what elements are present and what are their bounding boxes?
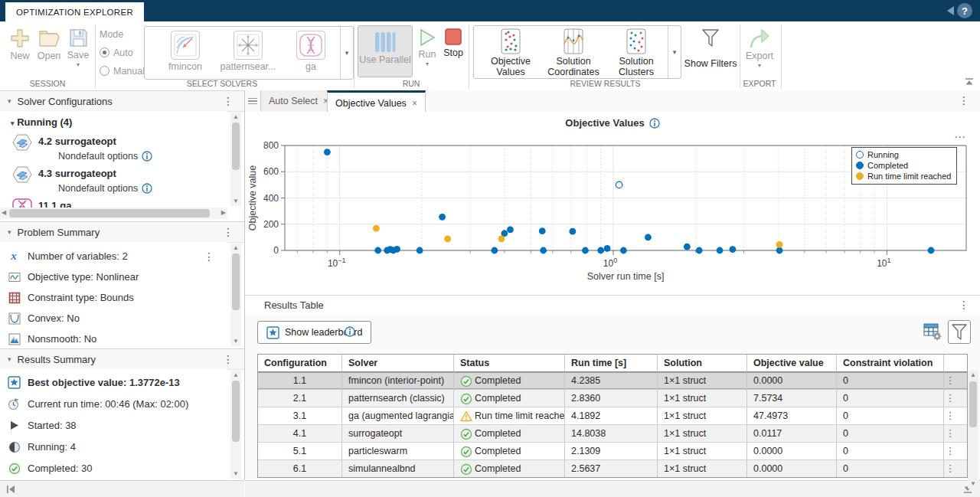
table-row[interactable]: 3.1 ga (augmented lagrangian) Run time l…: [258, 407, 967, 425]
use-parallel-toggle[interactable]: Use Parallel: [358, 25, 413, 77]
legend-entry[interactable]: Run time limit reached: [856, 171, 951, 181]
solver-configurations-header[interactable]: ▾ Solver Configurations ⋮: [0, 90, 244, 112]
solver-gallery-item-patternsear[interactable]: patternsear...: [218, 31, 278, 72]
section-divider: [95, 25, 96, 89]
table-settings-icon[interactable]: [922, 320, 943, 342]
solver-gallery-item-fmincon[interactable]: fmincon: [155, 31, 215, 72]
info-icon[interactable]: [345, 326, 355, 337]
export-dropdown-caret[interactable]: ▾: [758, 63, 761, 69]
mode-manual-radio[interactable]: Manual: [100, 66, 145, 77]
table-row[interactable]: 2.1 patternsearch (classic) Completed 2.…: [258, 390, 967, 407]
table-row[interactable]: 4.1 surrogateopt Completed 14.8038 1×1 s…: [258, 425, 967, 443]
row-menu-icon[interactable]: ⋮: [944, 390, 956, 407]
solver-gallery-item-ga[interactable]: ga: [281, 31, 341, 72]
open-button[interactable]: Open: [35, 28, 63, 61]
export-arrow-icon: [748, 28, 771, 49]
panel-menu-icon[interactable]: ⋮: [223, 354, 234, 365]
run-button[interactable]: Run ▾: [415, 28, 439, 67]
data-point: [444, 236, 451, 243]
info-icon[interactable]: [142, 151, 152, 162]
review-results-gallery: ▾ ObjectiveValues SolutionCoordinates So…: [473, 25, 681, 79]
collapse-left-icon[interactable]: [947, 6, 954, 15]
results-table-header[interactable]: Results Table ⋮: [245, 295, 980, 315]
solver-config-vscrollbar[interactable]: ▲▼: [230, 113, 241, 206]
show-filters-button[interactable]: Show Filters: [684, 28, 737, 69]
table-row[interactable]: 6.1 simulannealbnd Completed 2.5637 1×1 …: [258, 460, 967, 477]
review-button-coordinates[interactable]: SolutionCoordinates: [543, 28, 604, 77]
svg-text:100: 100: [603, 257, 617, 269]
review-button-values[interactable]: ObjectiveValues: [480, 28, 541, 77]
review-results-section-label: REVIEW RESULTS: [473, 79, 737, 88]
tab-objective-values[interactable]: Objective Values×: [327, 90, 426, 114]
app-tab[interactable]: OPTIMIZATION EXPLORER: [5, 2, 144, 21]
session-section-label: SESSION: [9, 79, 86, 88]
column-header[interactable]: Status: [454, 355, 565, 371]
results-summary-vscrollbar[interactable]: ▲▼: [230, 371, 241, 479]
save-button[interactable]: Save ▾: [64, 28, 92, 68]
collapse-sidebar-icon[interactable]: [6, 485, 16, 494]
panel-menu-icon[interactable]: ⋮: [223, 96, 234, 106]
collapse-triangle-icon[interactable]: ▾: [8, 228, 11, 236]
row-menu-icon[interactable]: ⋮: [944, 443, 956, 459]
legend-entry[interactable]: Running: [856, 149, 951, 160]
collapse-triangle-icon[interactable]: ▾: [8, 97, 11, 105]
info-icon[interactable]: [142, 183, 152, 194]
row-menu-icon[interactable]: ⋮: [944, 407, 956, 424]
patternsearch-icon: [234, 31, 263, 60]
row-menu-icon[interactable]: ⋮: [944, 425, 956, 442]
problem-summary-header[interactable]: ▾ Problem Summary ⋮: [0, 221, 244, 243]
collapse-triangle-icon[interactable]: ▾: [8, 355, 11, 363]
minimize-ribbon-icon[interactable]: [965, 78, 974, 86]
gallery-expand-caret[interactable]: ▾: [668, 26, 681, 78]
item-menu-icon[interactable]: ⋮: [204, 251, 214, 262]
review-button-clusters[interactable]: SolutionClusters: [606, 28, 667, 77]
run-dropdown-caret[interactable]: ▾: [426, 61, 429, 67]
run-time-icon: [8, 397, 21, 410]
svg-text:800: 800: [263, 140, 279, 151]
data-point: [604, 245, 611, 252]
column-header[interactable]: Solution: [658, 355, 747, 371]
problem-summary-vscrollbar[interactable]: ▲▼: [230, 244, 241, 346]
export-button[interactable]: Export ▾: [743, 28, 776, 69]
panel-menu-icon[interactable]: ⋮: [959, 299, 969, 310]
table-vscrollbar[interactable]: ▲ ▼: [968, 371, 978, 489]
results-summary-header[interactable]: ▾ Results Summary ⋮: [0, 348, 244, 370]
column-header[interactable]: Solver: [342, 355, 454, 371]
new-button[interactable]: New: [6, 28, 34, 61]
stop-button[interactable]: Stop: [441, 28, 466, 58]
export-section-label: EXPORT: [727, 79, 792, 88]
solver-config-item[interactable]: 4.2 surrogateopt Nondefault options: [0, 132, 227, 165]
data-point: [498, 236, 505, 243]
mode-auto-radio[interactable]: Auto: [100, 47, 133, 58]
table-header-row[interactable]: ConfigurationSolverStatusRun time [s]Sol…: [258, 355, 967, 372]
axes-toolbar-ellipsis-icon[interactable]: ⋯: [954, 130, 966, 144]
solver-config-hscrollbar[interactable]: ◀ ▶: [0, 208, 227, 219]
scatter-plot[interactable]: 020040060080010−1100101Solver run time […: [245, 112, 980, 295]
status-completed-icon: [460, 375, 471, 386]
tree-group-running[interactable]: ▾ Running (4): [11, 116, 72, 128]
table-filter-icon[interactable]: [948, 320, 971, 344]
row-menu-icon[interactable]: ⋮: [944, 372, 956, 389]
filter-funnel-icon: [700, 28, 721, 49]
tab-auto-select[interactable]: Auto Select×: [260, 90, 337, 111]
legend-entry[interactable]: Completed: [856, 160, 951, 171]
solver-config-item[interactable]: 4.3 surrogateopt Nondefault options: [0, 165, 227, 197]
column-header[interactable]: Objective value: [747, 355, 837, 371]
svg-text:101: 101: [877, 257, 890, 269]
close-icon[interactable]: ×: [412, 98, 417, 109]
column-header[interactable]: Configuration: [258, 355, 342, 371]
svg-text:200: 200: [263, 219, 279, 230]
solver-config-item[interactable]: 11.1 ga: [0, 197, 227, 208]
tabstrip-grip-icon[interactable]: [248, 96, 257, 106]
save-dropdown-caret[interactable]: ▾: [77, 62, 80, 68]
column-header[interactable]: Constraint violation: [837, 355, 944, 371]
row-menu-icon[interactable]: ⋮: [944, 460, 956, 477]
column-header[interactable]: Run time [s]: [565, 355, 658, 371]
table-row[interactable]: 1.1 fmincon (interior-point) Completed 4…: [258, 372, 967, 390]
info-icon[interactable]: [649, 118, 660, 129]
gallery-expand-caret[interactable]: ▾: [340, 27, 353, 79]
table-row[interactable]: 5.1 particleswarm Completed 2.1309 1×1 s…: [258, 443, 967, 460]
help-question-icon[interactable]: ?: [957, 3, 972, 18]
tabstrip-menu-icon[interactable]: ⋮: [959, 95, 969, 106]
panel-menu-icon[interactable]: ⋮: [223, 227, 234, 237]
